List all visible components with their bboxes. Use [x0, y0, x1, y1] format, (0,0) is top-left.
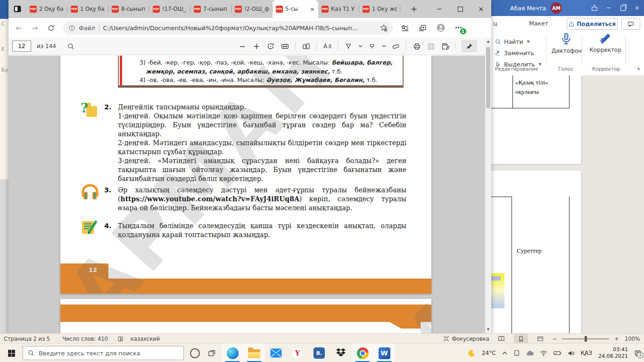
volume-icon[interactable]	[568, 350, 575, 356]
save-as-icon[interactable]	[440, 40, 450, 52]
ribbon-tab-partial[interactable]: ц	[493, 20, 497, 27]
forward-icon[interactable]: →	[28, 21, 41, 34]
onedrive-cloud-icon[interactable]	[526, 350, 534, 356]
print-icon[interactable]	[412, 40, 422, 52]
taskbar-app-yandex[interactable]: Y	[287, 344, 308, 362]
refresh-icon[interactable]	[44, 21, 58, 34]
browser-tab[interactable]: PDF5-сы×	[272, 0, 318, 18]
settings-menu-icon[interactable]: ⋯ 1	[455, 24, 462, 32]
browser-tab[interactable]: PDF8-сынып	[108, 0, 149, 18]
account-avatar[interactable]: АМ	[551, 2, 562, 14]
browser-tab[interactable]: PDF7-сынып	[190, 0, 231, 18]
table-cell[interactable]: Суреттер	[517, 246, 568, 255]
restore-icon[interactable]	[616, 0, 630, 16]
focus-mode-icon[interactable]: Фокусировка	[443, 336, 489, 342]
pin-toolbar-icon[interactable]	[461, 40, 477, 52]
close-icon[interactable]: ×	[630, 0, 644, 16]
scroll-down-icon[interactable]: ▼	[487, 326, 489, 333]
taskbar-search[interactable]: Введите здесь текст для поиска	[23, 346, 184, 360]
ribbon-display-options-icon[interactable]	[587, 0, 602, 16]
taskbar-app-vk[interactable]: B.	[308, 344, 330, 362]
new-tab-icon[interactable]: +	[408, 3, 420, 15]
dictate-button[interactable]: Диктофон	[552, 32, 581, 54]
collections-icon[interactable]	[419, 24, 427, 32]
highlighter-chevron-icon[interactable]	[381, 40, 387, 52]
highlighter-icon[interactable]	[367, 40, 377, 52]
profile-avatar-icon[interactable]	[437, 24, 445, 32]
taskbar-app-dropbox[interactable]	[330, 344, 352, 362]
device-icon[interactable]	[513, 350, 520, 356]
taskbar-app-word[interactable]: W	[373, 344, 395, 362]
zoom-slider-handle[interactable]	[585, 336, 587, 342]
fit-to-width-icon[interactable]	[280, 40, 290, 52]
read-aloud-icon[interactable]: A	[322, 40, 332, 52]
draw-pen-chevron-icon[interactable]	[357, 40, 363, 52]
keyboard-language[interactable]: ҚАЗ	[581, 350, 592, 356]
pdf-search-icon[interactable]	[67, 43, 74, 50]
draw-pen-icon[interactable]	[343, 40, 354, 52]
replace-button[interactable]: bc Заменить	[495, 48, 534, 58]
favorites-icon[interactable]	[401, 24, 409, 32]
find-button[interactable]: Найти▼	[495, 37, 530, 46]
rotate-icon[interactable]	[265, 40, 276, 52]
scroll-thumb[interactable]	[486, 47, 490, 108]
taskbar-app-edge[interactable]	[222, 344, 243, 362]
page-info[interactable]: Страница 2 из 5	[4, 336, 50, 342]
task-view-icon[interactable]	[208, 349, 216, 357]
page-number-input[interactable]	[12, 41, 31, 52]
back-icon[interactable]: ←	[12, 21, 25, 34]
web-layout-icon[interactable]	[533, 334, 547, 344]
temperature-label[interactable]: 24°C	[482, 350, 496, 356]
taskbar-app-mail[interactable]	[265, 344, 287, 362]
browser-tab[interactable]: PDF!2-ОШ_ф	[231, 0, 272, 18]
word-count[interactable]: Число слов: 410	[62, 336, 108, 342]
comments-button[interactable]	[621, 18, 640, 30]
cortana-icon[interactable]	[190, 348, 200, 358]
zoom-out-icon[interactable]: −	[237, 40, 248, 52]
zoom-slider[interactable]	[562, 338, 609, 339]
eraser-icon[interactable]	[390, 40, 401, 52]
info-icon	[69, 25, 75, 31]
zoom-in-icon[interactable]: +	[614, 336, 619, 342]
zoom-in-icon[interactable]: +	[251, 40, 262, 52]
table-cell[interactable]: «Қазақ тілі» оқулығы	[515, 78, 567, 97]
tab-close-icon[interactable]: ×	[310, 6, 315, 12]
zoom-percent[interactable]: 100%	[624, 336, 640, 342]
word-account-name[interactable]: Абая Мечта	[510, 5, 546, 12]
browser-tab[interactable]: PDF1 Оку жо	[359, 0, 400, 18]
collapse-ribbon-icon[interactable]: ∧	[637, 66, 640, 71]
ribbon-tab-layout[interactable]: Макет	[529, 20, 548, 27]
night-mode-icon[interactable]	[468, 349, 476, 357]
browser-tab[interactable]: PDF1 Оқу ба	[67, 0, 108, 18]
browser-tab[interactable]: PDF2 Оқу ба	[26, 0, 67, 18]
maximize-icon[interactable]	[450, 0, 471, 18]
taskbar-app-explorer[interactable]	[243, 344, 265, 362]
image-thumbnail[interactable]	[491, 273, 504, 308]
browser-tab[interactable]: PDFКаз Т1 У	[318, 0, 359, 18]
battery-icon[interactable]	[553, 350, 561, 356]
minimize-icon[interactable]: ─	[429, 0, 450, 18]
add-favorite-icon[interactable]	[380, 24, 388, 32]
corrector-button[interactable]: Корректор	[587, 32, 623, 53]
close-icon[interactable]: ×	[471, 0, 491, 18]
clock[interactable]: 03:41 24.08.2021	[598, 346, 628, 360]
proofing-icon[interactable]	[117, 336, 124, 342]
start-button[interactable]	[0, 344, 23, 362]
vertical-tabs-icon[interactable]	[13, 5, 22, 13]
browser-tab[interactable]: PDF!17-ОШ_	[149, 0, 190, 18]
page-view-icon[interactable]	[301, 40, 311, 52]
language-indicator[interactable]: казахский	[131, 336, 160, 342]
print-layout-icon[interactable]	[514, 334, 528, 344]
hidden-icons-chevron[interactable]	[502, 351, 507, 355]
scroll-up-icon[interactable]: ▲	[487, 38, 489, 45]
zoom-out-icon[interactable]: −	[553, 336, 557, 342]
wifi-icon[interactable]	[540, 350, 547, 356]
scrollbar[interactable]: ▲ ▼	[485, 38, 491, 333]
minimize-icon[interactable]: ─	[602, 0, 616, 16]
table-border	[512, 197, 512, 333]
taskbar-app-chrome[interactable]	[352, 344, 373, 362]
action-center-icon[interactable]: 1	[634, 350, 641, 357]
share-button[interactable]: Поделиться	[567, 18, 618, 30]
url-field[interactable]: Файл C:/Users/admin/Documents/Новый%20фо…	[63, 21, 393, 34]
read-mode-icon[interactable]	[495, 334, 509, 344]
